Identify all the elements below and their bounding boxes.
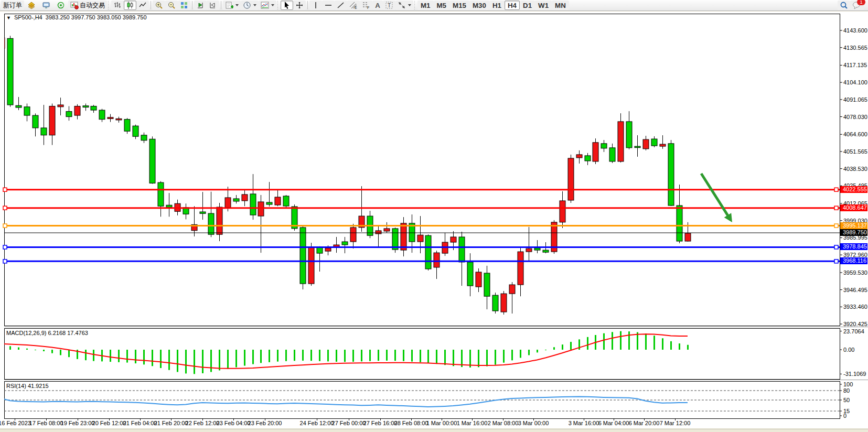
period-clock-button[interactable] [241,1,259,10]
new-chart-button[interactable] [223,1,241,10]
signals-icon[interactable] [53,0,68,10]
text-label-button[interactable]: T [383,1,395,10]
new-order-button[interactable]: 新订单 [1,1,24,10]
timeframe-button-h4[interactable]: H4 [505,1,520,10]
line-chart-button[interactable] [136,1,149,10]
timeframe-button-m1[interactable]: M1 [417,1,434,10]
text-button[interactable]: A [372,1,383,10]
zoom-in-button[interactable] [153,1,165,10]
timeframe-button-mn[interactable]: MN [552,1,569,10]
hline-handle[interactable] [3,224,7,228]
trendline-button[interactable] [335,1,347,10]
market-watch-icon [27,1,36,9]
timeframe-button-d1[interactable]: D1 [520,1,535,10]
notifications-button[interactable]: 1 [850,1,864,10]
mt4-window: 新订单 自动交易 [0,0,868,432]
chevron-down-icon [253,4,256,6]
chart-shift-button[interactable] [207,1,219,10]
hline-handle[interactable] [834,245,838,249]
indicators-button[interactable] [259,1,276,10]
autotrading-button[interactable]: 自动交易 [68,1,107,10]
search-button[interactable] [838,1,850,10]
hline-handle[interactable] [3,206,7,210]
hline-handle[interactable] [3,245,7,249]
hline-handle[interactable] [3,260,7,263]
hline-handle[interactable] [834,188,838,191]
hline-handle[interactable] [3,188,7,191]
zoom-out-button[interactable] [165,1,178,10]
chevron-down-icon [271,4,274,6]
navigator-icon[interactable] [39,0,53,10]
timeframe-button-h1[interactable]: H1 [489,1,505,10]
vertical-line-button[interactable] [309,1,322,10]
candlestick-chart-button[interactable] [124,1,136,10]
hline-handle[interactable] [834,206,838,210]
status-strip [0,429,868,432]
timeframe-button-m15[interactable]: M15 [449,1,469,10]
chart-canvas[interactable] [0,12,868,428]
equidistant-channel-button[interactable]: E [347,1,360,10]
cursor-button[interactable] [281,1,293,10]
hline-handle[interactable] [834,224,838,228]
bar-chart-button[interactable] [111,1,124,10]
arrows-shapes-button[interactable] [395,1,413,10]
chevron-down-icon [235,4,239,6]
auto-scroll-button[interactable] [194,1,207,10]
toolbar: 新订单 自动交易 [0,0,868,11]
trend-arrow[interactable] [701,174,730,218]
autotrading-label: 自动交易 [80,1,105,10]
tile-windows-button[interactable] [178,1,190,10]
market-watch-icon[interactable] [24,0,39,10]
svg-text:T: T [388,3,391,8]
timeframe-bar: M1M5M15M30H1H4D1W1MN [417,1,569,10]
hline-handle[interactable] [834,260,838,263]
timeframe-button-m5[interactable]: M5 [434,1,450,10]
horizontal-line-button[interactable] [322,1,335,10]
crosshair-button[interactable] [293,1,306,10]
chart-window[interactable]: ▼SP500-,H4 3983.250 3997.750 3983.050 39… [0,12,868,428]
fibonacci-button[interactable]: F [360,1,372,10]
chevron-down-icon [408,4,411,6]
timeframe-button-w1[interactable]: W1 [535,1,552,10]
channel-letter: E [355,6,357,9]
autotrading-icon [70,1,79,9]
timeframe-button-m30[interactable]: M30 [469,1,489,10]
svg-text:F: F [367,6,369,9]
notification-badge: 1 [857,0,865,5]
